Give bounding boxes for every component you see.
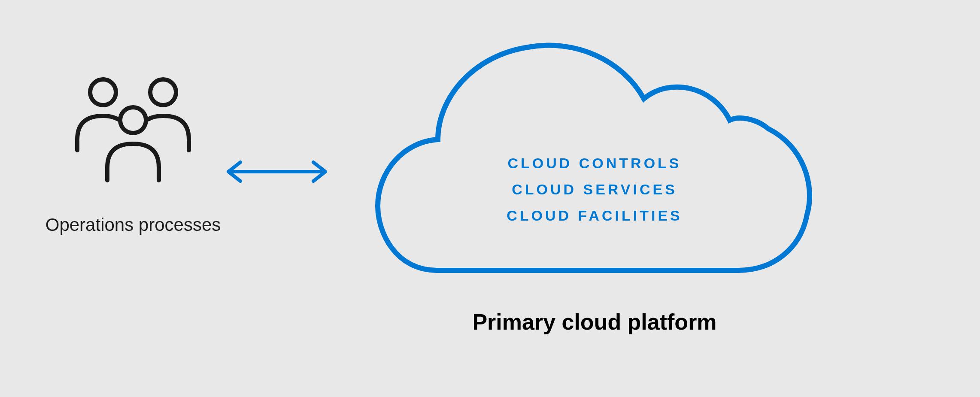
operations-section: Operations processes <box>64 77 202 235</box>
cloud-facilities-text: CLOUD FACILITIES <box>507 203 683 229</box>
operations-label: Operations processes <box>46 215 221 235</box>
people-icon <box>73 77 193 189</box>
cloud-text-group: CLOUD CONTROLS CLOUD SERVICES CLOUD FACI… <box>507 150 683 229</box>
cloud-controls-text: CLOUD CONTROLS <box>507 150 683 176</box>
svg-point-1 <box>150 79 176 105</box>
svg-point-0 <box>90 79 116 105</box>
diagram-container: Operations processes CLOUD CONTROLS CLOU… <box>0 0 980 397</box>
platform-label: Primary cloud platform <box>472 309 716 335</box>
cloud-section: CLOUD CONTROLS CLOUD SERVICES CLOUD FACI… <box>369 21 820 335</box>
bidirectional-arrow-icon <box>223 159 331 185</box>
svg-point-2 <box>120 107 146 133</box>
cloud-services-text: CLOUD SERVICES <box>507 176 683 203</box>
